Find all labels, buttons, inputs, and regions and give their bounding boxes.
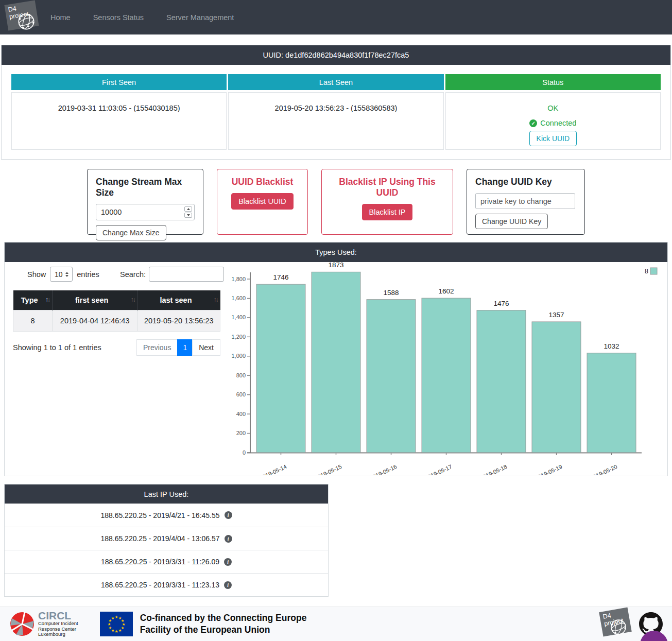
- x-axis-label: 2019-05-16: [369, 463, 398, 475]
- sort-icons: ↑↓: [45, 296, 49, 303]
- last-ip-row: 188.65.220.25 - 2019/4/21 - 16:45.55i: [5, 504, 328, 527]
- column-label: last seen: [160, 296, 192, 304]
- sort-header-type[interactable]: Type ↑↓: [13, 290, 53, 310]
- chart-legend-swatch[interactable]: [650, 268, 657, 274]
- bar-value-label: 1873: [328, 262, 343, 269]
- x-axis-label: 2019-05-18: [479, 463, 508, 475]
- change-max-size-button[interactable]: Change Max Size: [96, 225, 166, 240]
- max-size-input[interactable]: [96, 204, 195, 220]
- last-ip-header: Last IP Used:: [5, 484, 328, 504]
- top-navbar: D4 project Home Sensors Status Server Ma…: [0, 0, 672, 34]
- circl-logo-icon: [9, 611, 35, 637]
- svg-text:★: ★: [111, 616, 114, 620]
- table-cell: 8: [13, 310, 53, 331]
- types-datatable: Show 10 entries Search:: [13, 267, 224, 356]
- svg-text:1,800: 1,800: [231, 276, 246, 282]
- table-row: 2019-03-31 11:03:05 - (1554030185) 2019-…: [11, 92, 661, 150]
- info-icon[interactable]: i: [225, 535, 232, 543]
- table-cell: 2019-05-20 13:56:23: [137, 310, 220, 331]
- blacklist-ip-button[interactable]: Blacklist IP: [362, 204, 413, 220]
- sort-header-last-seen[interactable]: last seen ↑↓: [137, 290, 220, 310]
- blacklist-uuid-button[interactable]: Blacklist UUID: [231, 193, 294, 210]
- pagination: Previous 1 Next: [137, 339, 220, 356]
- private-key-input[interactable]: [475, 193, 575, 209]
- d4-footer-logo[interactable]: D4 project: [600, 609, 632, 639]
- bar: [367, 300, 416, 453]
- circl-name: CIRCL: [38, 611, 78, 621]
- last-ip-row: 188.65.220.25 - 2019/3/31 - 11:23.13i: [5, 573, 328, 596]
- last-ip-title: Last IP Used:: [144, 490, 189, 498]
- x-axis-label: 2019-05-17: [424, 463, 453, 475]
- bar: [477, 310, 526, 453]
- d4-project-logo[interactable]: D4 project: [5, 2, 41, 34]
- uuid-status-table: First Seen Last Seen Status 2019-03-31 1…: [10, 72, 662, 152]
- globe-icon: [608, 617, 629, 637]
- nav-item-sensors-status[interactable]: Sensors Status: [89, 10, 148, 25]
- svg-text:★: ★: [114, 615, 118, 619]
- eu-flag-icon: ★★★★★★★★★★★★: [100, 612, 133, 636]
- search-label: Search:: [120, 270, 146, 279]
- last-ip-row: 188.65.220.25 - 2019/3/31 - 11:26.09i: [5, 550, 328, 573]
- nav-item-server-management[interactable]: Server Management: [162, 10, 238, 25]
- types-used-panel: Types Used: Show 10 entries Search:: [4, 242, 668, 476]
- number-spinner: [184, 206, 192, 218]
- page-footer: CIRCL Computer Incident Response Center …: [0, 607, 672, 641]
- spinner-up-icon[interactable]: [184, 206, 192, 212]
- info-icon[interactable]: i: [225, 511, 232, 519]
- types-panel-title: Types Used:: [315, 248, 357, 256]
- circl-text: CIRCL Computer Incident Response Center …: [38, 611, 78, 638]
- sort-icons: ↑↓: [130, 296, 134, 303]
- page-size-select[interactable]: 10: [50, 267, 73, 282]
- circl-block[interactable]: CIRCL Computer Incident Response Center …: [9, 611, 78, 638]
- table-cell: 2019-04-04 12:46:43: [52, 310, 137, 331]
- svg-text:1,200: 1,200: [231, 334, 246, 340]
- card-title: UUID Blacklist: [226, 177, 299, 187]
- last-ip-panel: Last IP Used: 188.65.220.25 - 2019/4/21 …: [4, 484, 329, 597]
- pagination-page-1[interactable]: 1: [177, 339, 193, 356]
- kick-uuid-button[interactable]: Kick UUID: [529, 131, 577, 146]
- bar-value-label: 1032: [604, 342, 619, 350]
- cofinance-line-1: Co-financed by the Connecting Europe: [140, 612, 307, 624]
- change-uuid-key-card: Change UUID Key Change UUID Key: [467, 169, 585, 235]
- table-info-text: Showing 1 to 1 of 1 entries: [13, 343, 101, 352]
- change-uuid-key-button[interactable]: Change UUID Key: [475, 214, 548, 229]
- column-label: Type: [21, 296, 38, 304]
- status-cell: OK ✓ Connected Kick UUID: [445, 92, 661, 150]
- circl-desc-line: Luxembourg: [38, 632, 78, 637]
- sort-header-first-seen[interactable]: first seen ↑↓: [52, 290, 137, 310]
- nav-item-home[interactable]: Home: [46, 10, 75, 25]
- bar: [532, 322, 581, 453]
- col-header-first-seen: First Seen: [11, 74, 227, 90]
- first-seen-value: 2019-03-31 11:03:05 - (1554030185): [11, 92, 227, 150]
- col-header-status: Status: [445, 74, 661, 90]
- status-ok-text: OK: [446, 104, 660, 112]
- pagination-next[interactable]: Next: [192, 339, 220, 356]
- chart-legend-label[interactable]: 8: [645, 268, 648, 275]
- svg-text:400: 400: [236, 411, 246, 417]
- select-arrows-icon: [65, 272, 68, 277]
- x-axis-label: 2019-05-20: [589, 463, 618, 475]
- action-cards-row: Change Stream Max Size Change Max Size U…: [0, 169, 672, 235]
- uuid-blacklist-card: UUID Blacklist Blacklist UUID: [217, 169, 308, 235]
- x-axis-label: 2019-05-19: [534, 463, 563, 475]
- globe-icon: [15, 11, 37, 32]
- x-axis-label: 2019-05-14: [259, 463, 287, 475]
- col-header-last-seen: Last Seen: [228, 74, 443, 90]
- svg-text:1,600: 1,600: [231, 295, 246, 301]
- bar-value-label: 1476: [493, 300, 509, 307]
- spinner-down-icon[interactable]: [184, 213, 192, 218]
- table-row: 82019-04-04 12:46:432019-05-20 13:56:23: [13, 310, 220, 331]
- card-title: Change UUID Key: [475, 177, 576, 187]
- info-icon[interactable]: i: [224, 581, 232, 589]
- pagination-previous[interactable]: Previous: [136, 339, 178, 356]
- bar-value-label: 1746: [273, 273, 288, 281]
- bar-value-label: 1602: [438, 287, 454, 295]
- svg-text:800: 800: [236, 372, 246, 378]
- types-panel-header: Types Used:: [5, 242, 667, 262]
- last-ip-value: 188.65.220.25 - 2019/3/31 - 11:23.13: [101, 581, 219, 589]
- bar-chart-svg: 02004006008001,0001,2001,4001,6001,80017…: [227, 262, 668, 475]
- info-icon[interactable]: i: [224, 558, 232, 566]
- ip-blacklist-card: Blacklist IP Using This UUID Blacklist I…: [321, 169, 453, 235]
- search-input[interactable]: [149, 267, 224, 282]
- bar: [587, 353, 636, 453]
